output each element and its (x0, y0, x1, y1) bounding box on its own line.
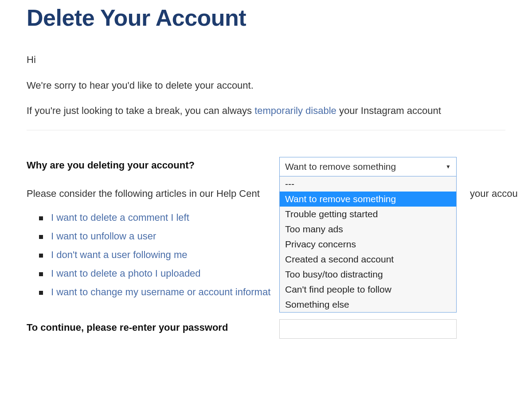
break-post: your Instagram account (336, 105, 441, 116)
password-row: To continue, please re-enter your passwo… (27, 319, 505, 339)
chevron-down-icon: ▼ (446, 164, 451, 170)
reason-label: Why are you deleting your account? (27, 157, 279, 171)
take-break-text: If you're just looking to take a break, … (27, 104, 505, 117)
help-article-link[interactable]: I want to unfollow a user (51, 231, 156, 242)
delete-account-page: Delete Your Account Hi We're sorry to he… (0, 4, 532, 339)
help-intro-left: Please consider the following articles i… (27, 188, 260, 200)
page-title: Delete Your Account (27, 4, 505, 31)
divider (27, 130, 505, 130)
greeting-text: Hi (27, 53, 505, 66)
reason-option[interactable]: Want to remove something (280, 192, 456, 207)
reason-option[interactable]: Can't find people to follow (280, 282, 456, 297)
help-article-link[interactable]: I want to delete a photo I uploaded (51, 268, 201, 279)
reason-select-wrap: Want to remove something ▼ ---Want to re… (279, 157, 457, 176)
reason-option[interactable]: Created a second account (280, 252, 456, 267)
help-intro-right: your accou (470, 188, 518, 200)
reason-option[interactable]: Something else (280, 297, 456, 312)
help-article-link[interactable]: I don't want a user following me (51, 249, 187, 261)
reason-option[interactable]: Trouble getting started (280, 207, 456, 222)
help-article-link[interactable]: I want to delete a comment I left (51, 212, 189, 223)
temporarily-disable-link[interactable]: temporarily disable (254, 105, 336, 116)
reason-option[interactable]: Too many ads (280, 222, 456, 237)
reason-select[interactable]: Want to remove something ▼ (279, 157, 457, 176)
reason-option[interactable]: Privacy concerns (280, 237, 456, 252)
sorry-text: We're sorry to hear you'd like to delete… (27, 79, 505, 92)
reason-option[interactable]: --- (280, 176, 456, 192)
reason-select-value: Want to remove something (285, 161, 396, 172)
password-label: To continue, please re-enter your passwo… (27, 319, 279, 333)
help-article-link[interactable]: I want to change my username or account … (51, 286, 270, 298)
reason-dropdown[interactable]: ---Want to remove somethingTrouble getti… (279, 176, 457, 313)
reason-option[interactable]: Too busy/too distracting (280, 267, 456, 282)
break-pre: If you're just looking to take a break, … (27, 105, 254, 116)
reason-row: Why are you deleting your account? Want … (27, 157, 505, 176)
password-input[interactable] (279, 319, 457, 339)
